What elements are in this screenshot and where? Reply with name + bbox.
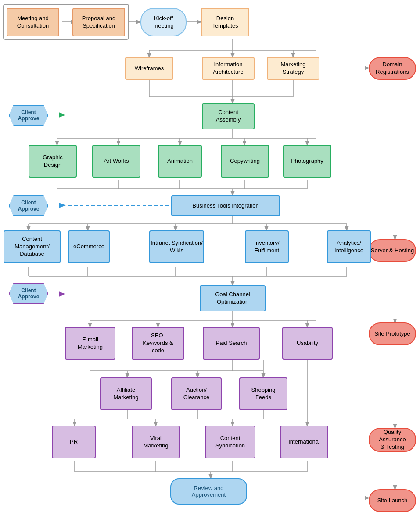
content-mgmt-node: Content Management/Database xyxy=(4,230,61,263)
review-node: Review andApprovement xyxy=(170,478,247,505)
pr-node: PR xyxy=(52,426,96,458)
client-approve-2-container: ClientApprove xyxy=(7,194,50,217)
wireframes-node: Wireframes xyxy=(125,57,173,80)
inventory-node: Inventory/Fulfilment xyxy=(245,230,289,263)
client-approve-1-hex: ClientApprove xyxy=(9,105,48,126)
viral-marketing-node: ViralMarketing xyxy=(132,426,180,458)
auction-clearance-node: Auction/Clearance xyxy=(171,377,222,410)
goal-channel-node: Goal ChannelOptimization xyxy=(200,285,266,311)
meeting-node: Meeting andConsultation xyxy=(7,8,59,36)
ecommerce-node: eCommerce xyxy=(68,230,110,263)
flowchart-diagram: Meeting andConsultation Proposal andSpec… xyxy=(0,0,420,519)
intranet-node: Intranet Syndication/Wikis xyxy=(149,230,204,263)
info-arch-node: InformationArchitecture xyxy=(202,57,255,80)
shopping-feeds-node: ShoppingFeeds xyxy=(239,377,287,410)
copywriting-node: Copywriting xyxy=(221,145,269,178)
site-launch-node: Site Launch xyxy=(369,489,416,512)
content-assembly-node: ContentAssembly xyxy=(202,103,255,129)
content-syndication-node: ContentSyndication xyxy=(205,426,255,458)
graphic-design-node: GraphicDesign xyxy=(29,145,77,178)
marketing-strategy-node: MarketingStrategy xyxy=(267,57,319,80)
international-node: International xyxy=(280,426,328,458)
client-approve-1-container: ClientApprove xyxy=(7,104,50,127)
affiliate-marketing-node: AffiliateMarketing xyxy=(100,377,152,410)
client-approve-2-hex: ClientApprove xyxy=(9,195,48,216)
client-approve-3-hex: ClientApprove xyxy=(9,283,48,304)
photography-node: Photography xyxy=(283,145,331,178)
seo-keywords-node: SEO-Keywords &code xyxy=(132,327,184,360)
server-hosting-node: Server & Hosting xyxy=(369,239,416,262)
proposal-node: Proposal andSpecification xyxy=(72,8,125,36)
business-tools-node: Business Tools Integration xyxy=(171,195,280,216)
site-prototype-node: Site Prototype xyxy=(369,322,416,345)
qa-test-node: Quality Assurance& Testing xyxy=(369,428,416,452)
usability-node: Usability xyxy=(282,327,333,360)
analytics-node: Analytics/Intelligence xyxy=(327,230,371,263)
paid-search-node: Paid Search xyxy=(203,327,260,360)
animation-node: Animation xyxy=(158,145,202,178)
kickoff-node: Kick-offmeeting xyxy=(140,8,187,36)
art-works-node: Art Works xyxy=(92,145,140,178)
domain-reg-node: DomainRegistrations xyxy=(369,57,416,80)
design-templates-node: DesignTemplates xyxy=(201,8,249,36)
email-marketing-node: E-mailMarketing xyxy=(65,327,115,360)
client-approve-3-container: ClientApprove xyxy=(7,282,50,305)
